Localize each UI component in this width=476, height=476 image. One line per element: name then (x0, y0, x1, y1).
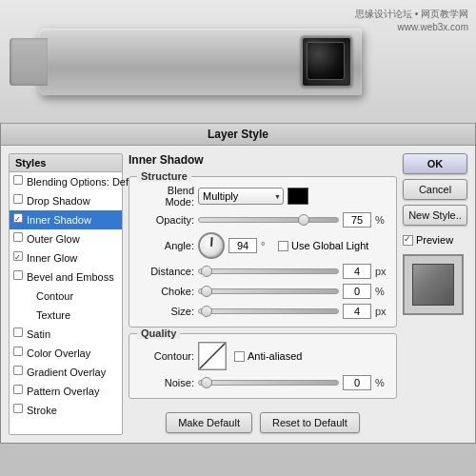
checkbox-inner-shadow (13, 213, 23, 223)
new-style-button[interactable]: New Style.. (403, 205, 467, 226)
angle-row: Angle: ° Use Global Light (137, 232, 388, 259)
quality-group: Quality Contour: Anti-aliased (129, 333, 397, 399)
use-global-light-label[interactable]: Use Global Light (278, 240, 368, 251)
angle-label: Angle: (137, 240, 194, 251)
styles-panel-title: Styles (10, 154, 122, 172)
blend-mode-select[interactable]: Multiply Normal Dissolve Darken (198, 188, 284, 205)
size-row: Size: px (137, 304, 388, 319)
anti-aliased-label[interactable]: Anti-aliased (234, 350, 302, 362)
size-unit: px (375, 306, 388, 317)
preview-checkbox[interactable]: ✓ (403, 235, 413, 246)
styles-item-texture[interactable]: Texture (10, 306, 122, 325)
opacity-unit: % (375, 214, 388, 226)
opacity-slider-track[interactable] (198, 217, 339, 223)
preview-box (403, 254, 464, 315)
structure-group: Structure Blend Mode: Multiply Normal Di… (129, 176, 397, 327)
noise-unit: % (375, 377, 388, 388)
opacity-slider-container (198, 217, 339, 223)
distance-slider-thumb[interactable] (201, 266, 212, 277)
styles-item-contour[interactable]: Contour (10, 287, 122, 306)
distance-row: Distance: px (137, 264, 388, 279)
choke-label: Choke: (137, 286, 194, 297)
anti-aliased-text: Anti-aliased (248, 350, 302, 362)
angle-dial[interactable] (198, 232, 225, 259)
styles-item-color-overlay[interactable]: Color Overlay (10, 344, 122, 363)
use-global-light-text: Use Global Light (291, 240, 368, 251)
distance-unit: px (375, 266, 388, 277)
styles-item-inner-shadow[interactable]: Inner Shadow (10, 210, 122, 229)
distance-slider-container (198, 268, 339, 274)
preview-checkbox-container: ✓ Preview (403, 234, 467, 246)
right-panel: OK Cancel New Style.. ✓ Preview (403, 153, 467, 435)
styles-item-drop-shadow[interactable]: Drop Shadow (10, 191, 122, 210)
styles-item-blending[interactable]: Blending Options: Default (10, 172, 122, 191)
noise-input[interactable] (343, 375, 371, 390)
angle-input[interactable] (228, 238, 257, 253)
choke-slider-thumb[interactable] (201, 286, 212, 297)
distance-slider-track[interactable] (198, 268, 339, 274)
checkbox-bevel-emboss (13, 270, 23, 280)
checkbox-stroke (13, 404, 23, 413)
blend-mode-wrapper: Multiply Normal Dissolve Darken (198, 188, 284, 205)
styles-item-gradient-overlay[interactable]: Gradient Overlay (10, 363, 122, 382)
styles-item-inner-glow[interactable]: Inner Glow (10, 248, 122, 268)
choke-unit: % (375, 286, 388, 297)
angle-dial-line (210, 237, 213, 247)
styles-item-bevel-emboss[interactable]: Bevel and Emboss (10, 268, 122, 287)
styles-item-stroke[interactable]: Stroke (10, 401, 122, 420)
checkbox-outer-glow (13, 232, 23, 242)
styles-item-pattern-overlay[interactable]: Pattern Overlay (10, 382, 122, 401)
contour-label: Contour: (137, 350, 194, 362)
noise-row: Noise: % (137, 375, 388, 390)
quality-title: Quality (137, 327, 180, 339)
dialog-title: Layer Style (208, 128, 268, 141)
distance-input[interactable] (343, 264, 371, 279)
dialog-body: Styles Blending Options: Default Drop Sh… (1, 146, 475, 443)
blend-mode-label: Blend Mode: (137, 185, 194, 208)
size-label: Size: (137, 306, 194, 317)
choke-input[interactable] (343, 284, 371, 299)
blend-mode-color-swatch[interactable] (288, 188, 308, 205)
watermark: 思缘设计论坛 • 网页教学网 www.web3x.com (355, 8, 468, 34)
choke-row: Choke: % (137, 284, 388, 299)
checkbox-gradient-overlay (13, 366, 23, 375)
contour-row: Contour: Anti-aliased (137, 342, 388, 370)
cancel-button[interactable]: Cancel (403, 179, 467, 200)
opacity-row: Opacity: % (137, 212, 388, 228)
noise-slider-track[interactable] (198, 380, 339, 386)
size-input[interactable] (343, 304, 371, 319)
distance-label: Distance: (137, 266, 194, 277)
reset-to-default-button[interactable]: Reset to Default (260, 412, 360, 433)
checkbox-blending (13, 175, 23, 185)
styles-item-outer-glow[interactable]: Outer Glow (10, 229, 122, 248)
choke-slider-track[interactable] (198, 288, 339, 294)
blend-mode-row: Blend Mode: Multiply Normal Dissolve Dar… (137, 185, 388, 208)
contour-preview[interactable] (198, 342, 227, 370)
use-global-light-checkbox[interactable] (278, 241, 288, 251)
checkbox-color-overlay (13, 347, 23, 356)
dialog-title-bar: Layer Style (1, 124, 475, 146)
checkbox-pattern-overlay (13, 385, 23, 394)
checkbox-drop-shadow (13, 194, 23, 204)
noise-slider-thumb[interactable] (201, 377, 212, 388)
noise-slider-container (198, 380, 339, 386)
size-slider-thumb[interactable] (201, 306, 212, 317)
styles-panel: Styles Blending Options: Default Drop Sh… (9, 153, 123, 435)
ok-button[interactable]: OK (403, 153, 467, 174)
camera-lens (301, 36, 352, 88)
opacity-input[interactable] (343, 212, 371, 228)
inner-shadow-title: Inner Shadow (129, 153, 397, 167)
choke-slider-container (198, 288, 339, 294)
layer-style-dialog: Layer Style Styles Blending Options: Def… (0, 124, 476, 444)
anti-aliased-checkbox[interactable] (234, 351, 245, 362)
opacity-slider-thumb[interactable] (298, 214, 309, 226)
checkbox-inner-glow (13, 251, 23, 261)
checkbox-satin (13, 327, 23, 337)
angle-unit: ° (261, 240, 274, 251)
top-image: 思缘设计论坛 • 网页教学网 www.web3x.com (0, 0, 476, 124)
styles-item-satin[interactable]: Satin (10, 325, 122, 344)
structure-title: Structure (137, 170, 191, 182)
make-default-button[interactable]: Make Default (166, 412, 252, 433)
main-content: Inner Shadow Structure Blend Mode: Multi… (129, 153, 397, 435)
size-slider-track[interactable] (198, 308, 339, 314)
